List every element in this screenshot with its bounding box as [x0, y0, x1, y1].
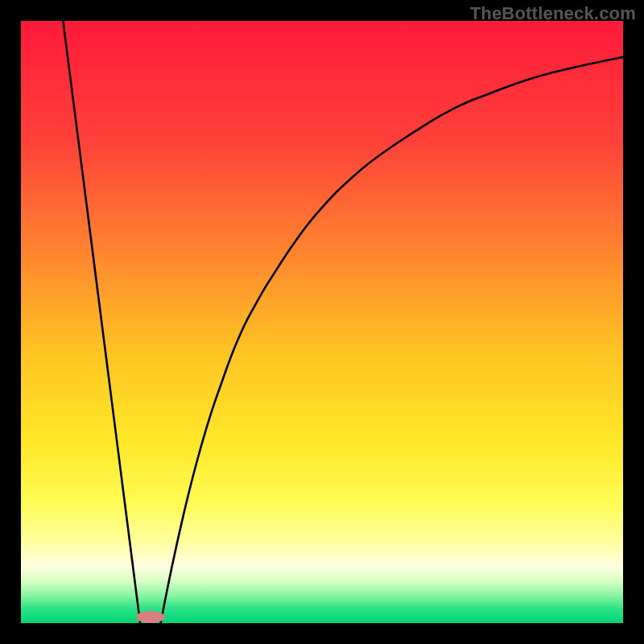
chart-svg — [21, 21, 623, 623]
chart-frame: TheBottleneck.com — [0, 0, 644, 644]
gradient-background — [21, 21, 623, 623]
valley-marker — [136, 611, 165, 623]
plot-area — [21, 21, 623, 623]
watermark-text: TheBottleneck.com — [470, 3, 636, 24]
